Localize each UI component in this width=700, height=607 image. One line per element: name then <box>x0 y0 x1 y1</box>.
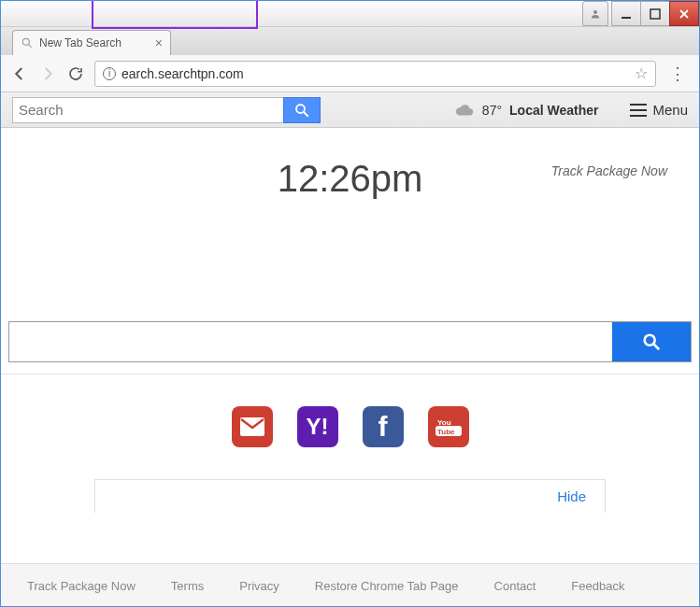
svg-rect-8 <box>630 109 647 111</box>
footer-link[interactable]: Terms <box>171 579 204 593</box>
weather-temp: 87° <box>482 103 502 118</box>
svg-point-0 <box>593 10 597 14</box>
minimize-button[interactable] <box>611 1 641 26</box>
quick-links-row: Y! f YouTube <box>1 374 699 479</box>
mini-search-input[interactable] <box>12 97 283 123</box>
footer-link[interactable]: Contact <box>494 579 536 593</box>
svg-text:You: You <box>437 418 451 427</box>
youtube-icon[interactable]: YouTube <box>428 406 469 447</box>
svg-line-6 <box>304 112 308 117</box>
tab-title: New Tab Search <box>39 36 121 49</box>
svg-rect-2 <box>650 9 660 19</box>
back-button[interactable] <box>10 64 29 83</box>
svg-line-11 <box>654 345 660 350</box>
mini-search-button[interactable] <box>283 97 321 123</box>
page-toolbar: 87° Local Weather Menu <box>1 92 699 128</box>
search-icon <box>293 102 310 119</box>
clock-row: 12:26pm Track Package Now <box>1 128 699 209</box>
maximize-button[interactable] <box>640 1 670 26</box>
browser-toolbar: i ☆ ⋮ <box>1 55 699 92</box>
forward-button[interactable] <box>38 64 57 83</box>
promo-panel: Hide <box>94 479 606 513</box>
hamburger-icon <box>630 104 647 117</box>
menu-label: Menu <box>652 102 688 118</box>
main-search-input[interactable] <box>9 322 612 361</box>
search-icon <box>641 332 662 352</box>
hide-link[interactable]: Hide <box>557 488 586 504</box>
close-button[interactable] <box>669 1 699 26</box>
footer-link[interactable]: Restore Chrome Tab Page <box>315 579 459 593</box>
url-input[interactable] <box>121 66 629 81</box>
browser-tab[interactable]: New Tab Search × <box>12 30 171 55</box>
cloud-icon <box>454 103 475 118</box>
reload-button[interactable] <box>66 64 85 83</box>
svg-point-3 <box>22 38 29 45</box>
main-search-button[interactable] <box>612 322 691 361</box>
svg-rect-7 <box>630 104 647 106</box>
main-search <box>8 321 692 362</box>
svg-rect-9 <box>630 115 647 117</box>
close-tab-icon[interactable]: × <box>155 35 163 50</box>
footer-link[interactable]: Track Package Now <box>27 579 136 593</box>
svg-line-4 <box>29 45 32 48</box>
footer-link[interactable]: Privacy <box>239 579 279 593</box>
svg-text:Tube: Tube <box>437 428 455 436</box>
window-titlebar <box>1 1 699 27</box>
svg-point-10 <box>645 335 655 346</box>
page-menu-button[interactable]: Menu <box>630 102 688 118</box>
bookmark-star-icon[interactable]: ☆ <box>635 64 648 82</box>
user-button[interactable] <box>582 1 608 26</box>
page-footer: Track Package Now Terms Privacy Restore … <box>1 563 699 607</box>
weather-widget[interactable]: 87° Local Weather <box>454 103 599 118</box>
site-info-icon[interactable]: i <box>103 67 116 80</box>
browser-menu-button[interactable]: ⋮ <box>665 64 690 84</box>
yahoo-icon[interactable]: Y! <box>297 406 338 447</box>
weather-label: Local Weather <box>509 103 598 118</box>
footer-link[interactable]: Feedback <box>571 579 624 593</box>
search-icon <box>21 36 34 49</box>
address-bar[interactable]: i ☆ <box>94 61 656 87</box>
mini-search <box>12 97 321 123</box>
gmail-icon[interactable] <box>232 406 273 447</box>
page-content: 87° Local Weather Menu 12:26pm Track Pac… <box>1 92 699 513</box>
facebook-icon[interactable]: f <box>363 406 404 447</box>
track-package-link[interactable]: Track Package Now <box>551 163 667 178</box>
svg-point-5 <box>296 105 305 113</box>
svg-rect-1 <box>621 17 631 19</box>
tab-strip: New Tab Search × <box>1 27 699 55</box>
